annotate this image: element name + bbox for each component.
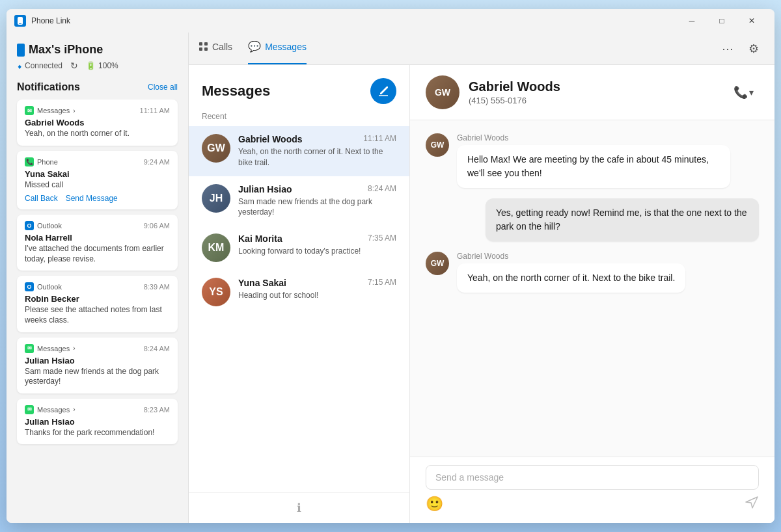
notification-chevron: › xyxy=(73,406,75,413)
chat-message-group: GW Gabriel Woods Yeah, on the north corn… xyxy=(426,252,759,293)
conversation-preview: Yeah, on the north corner of it. Next to… xyxy=(238,146,396,168)
nav-area: Calls 💬 Messages ⋯ ⚙ Messages xyxy=(189,33,774,523)
notification-chevron: › xyxy=(73,107,75,114)
bluetooth-status: ⬧ Connected xyxy=(17,60,62,71)
more-options-button[interactable]: ⋯ xyxy=(717,38,738,59)
conversation-item[interactable]: KM Kai Morita 7:35 AM Looking forward to… xyxy=(189,226,409,270)
notification-card: 📞 Phone 9:24 AM Yuna Sakai Missed call C… xyxy=(17,151,178,210)
send-button[interactable] xyxy=(745,495,759,512)
notification-app-name: Messages xyxy=(37,406,70,414)
conversation-content: Julian Hsiao 8:24 AM Sam made new friend… xyxy=(238,184,396,219)
device-status: ⬧ Connected ↻ 🔋 100% xyxy=(17,60,178,71)
notification-card: ✉ Messages › 11:11 AM Gabriel Woods Yeah… xyxy=(17,100,178,146)
battery-icon: 🔋 xyxy=(86,61,96,70)
emoji-button[interactable]: 🙂 xyxy=(426,496,443,512)
conversation-item[interactable]: GW Gabriel Woods 11:11 AM Yeah, on the n… xyxy=(189,126,409,176)
notification-card: O Outlook 8:39 AM Robin Becker Please se… xyxy=(17,276,178,332)
nav-tabs: Calls 💬 Messages ⋯ ⚙ xyxy=(189,33,774,65)
messages-pane-title: Messages xyxy=(202,83,270,100)
conversation-time: 8:24 AM xyxy=(368,184,396,194)
chat-bubble-wrapper: Gabriel Woods Hello Max! We are meeting … xyxy=(457,133,730,188)
notification-time: 9:24 AM xyxy=(144,158,170,166)
conversation-avatar: KM xyxy=(202,233,230,262)
call-button[interactable]: 📞 ▾ xyxy=(728,81,759,103)
chat-header-info: Gabriel Woods (415) 555-0176 xyxy=(469,79,719,105)
conversation-content: Yuna Sakai 7:15 AM Heading out for schoo… xyxy=(238,278,396,301)
app-title: Phone Link xyxy=(31,16,70,25)
info-icon: ℹ xyxy=(297,501,301,515)
notification-app-name: Messages xyxy=(37,345,70,352)
battery-status: 🔋 100% xyxy=(86,61,118,70)
conversation-time: 11:11 AM xyxy=(363,134,396,144)
notification-time: 11:11 AM xyxy=(140,107,170,114)
message-avatar: GW xyxy=(426,133,449,157)
conversation-item[interactable]: YS Yuna Sakai 7:15 AM Heading out for sc… xyxy=(189,270,409,314)
tab-messages[interactable]: 💬 Messages xyxy=(248,33,307,64)
notification-app-name: Outlook xyxy=(37,222,62,230)
chat-message-group: Yes, getting ready now! Remind me, is th… xyxy=(426,198,759,241)
notification-time: 8:23 AM xyxy=(144,406,170,414)
notification-app: ✉ Messages › xyxy=(25,344,75,353)
notification-body: Sam made new friends at the dog park yes… xyxy=(25,367,170,387)
close-button[interactable]: ✕ xyxy=(737,9,767,33)
notification-app: O Outlook xyxy=(25,221,62,230)
conversation-name: Yuna Sakai xyxy=(238,278,286,288)
phone-icon: 📞 xyxy=(733,85,748,100)
message-input[interactable]: Send a message xyxy=(426,465,759,490)
chat-messages: GW Gabriel Woods Hello Max! We are meeti… xyxy=(410,120,774,457)
conversation-header: Yuna Sakai 7:15 AM xyxy=(238,278,396,288)
notification-app: 📞 Phone xyxy=(25,157,58,166)
chat-bubble-wrapper: Yes, getting ready now! Remind me, is th… xyxy=(486,198,759,241)
recent-label: Recent xyxy=(189,109,409,126)
app-logo-icon xyxy=(14,15,26,27)
messages-app-icon: ✉ xyxy=(25,106,34,115)
notification-card: O Outlook 9:06 AM Nola Harrell I've atta… xyxy=(17,215,178,271)
chat-input-actions: 🙂 xyxy=(426,495,759,512)
conversation-header: Julian Hsiao 8:24 AM xyxy=(238,184,396,194)
conversation-preview: Looking forward to today's practice! xyxy=(238,246,396,257)
main-content: Max's iPhone ⬧ Connected ↻ 🔋 100% xyxy=(7,33,774,523)
conversation-item[interactable]: JH Julian Hsiao 8:24 AM Sam made new fri… xyxy=(189,176,409,226)
new-message-button[interactable] xyxy=(370,78,396,104)
notifications-list: ✉ Messages › 11:11 AM Gabriel Woods Yeah… xyxy=(17,100,178,444)
notification-chevron: › xyxy=(73,345,75,352)
notification-time: 9:06 AM xyxy=(144,222,170,230)
message-sender-name: Gabriel Woods xyxy=(457,252,685,261)
chat-pane: GW Gabriel Woods (415) 555-0176 📞 ▾ xyxy=(410,65,774,523)
outlook-app-icon: O xyxy=(25,221,34,230)
notification-header: O Outlook 9:06 AM xyxy=(25,221,170,230)
chat-bubble-wrapper: Gabriel Woods Yeah, on the north corner … xyxy=(457,252,685,293)
phone-app-icon: 📞 xyxy=(25,157,34,166)
maximize-button[interactable]: □ xyxy=(707,9,737,33)
notification-app-name: Outlook xyxy=(37,283,62,291)
chat-input-area: Send a message 🙂 xyxy=(410,457,774,523)
conversation-header: Kai Morita 7:35 AM xyxy=(238,233,396,244)
conversation-content: Gabriel Woods 11:11 AM Yeah, on the nort… xyxy=(238,134,396,168)
notification-card: ✉ Messages › 8:23 AM Julian Hsiao Thanks… xyxy=(17,399,178,445)
notification-sender: Robin Becker xyxy=(25,294,170,304)
notification-sender: Yuna Sakai xyxy=(25,169,170,179)
close-all-button[interactable]: Close all xyxy=(148,83,178,92)
conversation-time: 7:35 AM xyxy=(368,233,396,244)
settings-button[interactable]: ⚙ xyxy=(743,38,764,59)
notification-action-button[interactable]: Send Message xyxy=(66,194,118,203)
sidebar: Max's iPhone ⬧ Connected ↻ 🔋 100% xyxy=(7,33,189,523)
title-bar-left: Phone Link xyxy=(14,15,70,27)
chat-bubble: Yes, getting ready now! Remind me, is th… xyxy=(486,198,759,241)
conversation-name: Gabriel Woods xyxy=(238,134,303,144)
notifications-header: Notifications Close all xyxy=(17,81,178,93)
title-bar-controls: ─ □ ✕ xyxy=(677,9,767,33)
notification-body: Thanks for the park recommendation! xyxy=(25,428,170,438)
notification-action-button[interactable]: Call Back xyxy=(25,194,58,203)
device-icon xyxy=(17,44,25,57)
messages-list-footer: ℹ xyxy=(189,492,409,523)
notification-app: ✉ Messages › xyxy=(25,106,75,115)
sync-status: ↻ xyxy=(70,60,78,71)
notification-body: Please see the attached notes from last … xyxy=(25,305,170,325)
conversation-avatar: YS xyxy=(202,278,230,306)
notification-time: 8:24 AM xyxy=(144,345,170,352)
refresh-icon[interactable]: ↻ xyxy=(70,60,78,71)
chat-bubble: Yeah, on the north corner of it. Next to… xyxy=(457,263,685,293)
minimize-button[interactable]: ─ xyxy=(677,9,707,33)
tab-calls[interactable]: Calls xyxy=(199,33,232,64)
